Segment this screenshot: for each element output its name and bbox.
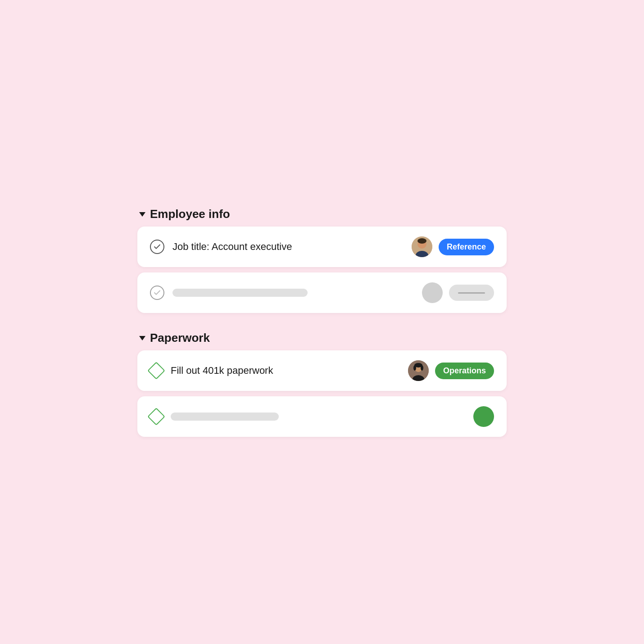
skeleton-text-line-2 xyxy=(171,413,279,421)
paperwork-section: Paperwork Fill out 401k paperwork xyxy=(137,331,507,437)
svg-point-2 xyxy=(417,238,426,244)
job-title-card[interactable]: Job title: Account executive Reference xyxy=(137,227,507,267)
fill-401k-card[interactable]: Fill out 401k paperwork xyxy=(137,350,507,391)
reference-badge[interactable]: Reference xyxy=(439,239,494,255)
card-left: Job title: Account executive xyxy=(150,240,292,254)
main-container: Employee info Job title: Account executi… xyxy=(137,207,507,437)
job-title-label: Job title: Account executive xyxy=(172,241,292,253)
svg-point-7 xyxy=(413,365,416,371)
card-right-paperwork-placeholder xyxy=(473,406,494,427)
avatar-green xyxy=(473,406,494,427)
badge-placeholder xyxy=(449,285,494,301)
skeleton-text-line xyxy=(172,289,308,297)
card-left-401k: Fill out 401k paperwork xyxy=(150,364,273,377)
svg-point-8 xyxy=(421,365,423,371)
badge-placeholder-line xyxy=(458,292,485,294)
paperwork-placeholder-card xyxy=(137,396,507,437)
paperwork-header: Paperwork xyxy=(137,331,507,345)
diamond-icon xyxy=(147,362,165,380)
operations-badge[interactable]: Operations xyxy=(435,363,494,379)
check-circle-inactive-icon xyxy=(150,286,164,300)
card-right-placeholder xyxy=(422,282,494,303)
avatar-female xyxy=(408,360,429,381)
chevron-down-icon xyxy=(139,212,145,217)
diamond-icon-2 xyxy=(147,408,165,426)
card-right-401k: Operations xyxy=(408,360,494,381)
chevron-down-icon-2 xyxy=(139,336,145,340)
card-right: Reference xyxy=(412,236,494,257)
employee-placeholder-card xyxy=(137,272,507,313)
card-left-placeholder xyxy=(150,286,308,300)
employee-info-header: Employee info xyxy=(137,207,507,221)
paperwork-title: Paperwork xyxy=(150,331,210,345)
employee-info-title: Employee info xyxy=(150,207,230,221)
fill-401k-label: Fill out 401k paperwork xyxy=(171,365,273,376)
employee-info-section: Employee info Job title: Account executi… xyxy=(137,207,507,313)
card-left-paperwork-placeholder xyxy=(150,410,279,423)
avatar-male xyxy=(412,236,432,257)
avatar-placeholder xyxy=(422,282,443,303)
check-circle-icon xyxy=(150,240,164,254)
